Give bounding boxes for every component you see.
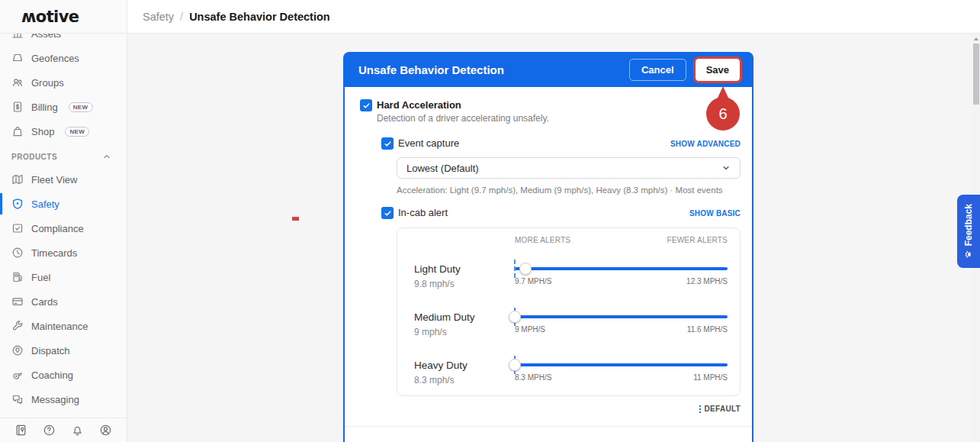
- unsafe-behavior-detection-modal: Unsafe Behavior Detection Cancel Save 6 …: [343, 52, 753, 442]
- app-screen: Safety / Unsafe Behavior Detection ʍotiv…: [0, 0, 980, 442]
- messaging-icon: [11, 393, 24, 405]
- default-tick-mark: [514, 260, 516, 278]
- topbar: Safety / Unsafe Behavior Detection: [127, 0, 980, 34]
- sidebar-item-dispatch[interactable]: Dispatch: [0, 338, 127, 363]
- heavy-duty-min: 8.3 MPH/S: [515, 373, 551, 382]
- new-badge: NEW: [65, 127, 89, 137]
- red-dash-annotation: [292, 217, 299, 221]
- medium-duty-max: 11.6 MPH/S: [687, 325, 728, 334]
- restore-default-control[interactable]: DEFAULT: [360, 405, 741, 413]
- event-capture-checkbox[interactable]: [381, 137, 394, 150]
- sidebar-item-maintenance[interactable]: Maintenance: [0, 314, 127, 338]
- sidebar-item-assets[interactable]: Assets: [0, 34, 127, 46]
- assets-icon: [11, 34, 24, 40]
- clock-icon: [11, 247, 24, 259]
- groups-icon: [11, 76, 24, 89]
- save-button[interactable]: Save: [696, 59, 740, 81]
- heavy-duty-slider-handle[interactable]: [509, 359, 521, 371]
- cancel-button[interactable]: Cancel: [629, 59, 686, 81]
- fuel-icon: [11, 271, 24, 283]
- sidebar-nav: Assets Geofences Groups Billing NEW: [0, 34, 127, 418]
- billing-icon: [11, 101, 24, 113]
- sidebar-item-coaching[interactable]: Coaching: [0, 363, 127, 387]
- modal-header: Unsafe Behavior Detection Cancel Save: [343, 52, 753, 87]
- sidebar-item-shop[interactable]: Shop NEW: [0, 119, 127, 144]
- sidebar-item-messaging[interactable]: Messaging: [0, 387, 127, 411]
- default-dotted-icon: [699, 405, 701, 413]
- show-advanced-link[interactable]: SHOW ADVANCED: [670, 140, 741, 148]
- motive-logo[interactable]: ʍotive: [21, 8, 79, 26]
- chevron-down-icon: [721, 163, 731, 173]
- fleet-view-icon: [11, 173, 24, 186]
- wrench-icon: [11, 320, 24, 332]
- sidebar-item-geofences[interactable]: Geofences: [0, 46, 127, 70]
- heavy-duty-value: 8.3 mph/s: [414, 375, 515, 386]
- credit-card-icon: [11, 295, 24, 308]
- medium-duty-min: 9 MPH/S: [515, 325, 545, 334]
- heavy-duty-max: 11 MPH/S: [693, 373, 728, 382]
- event-capture-row: Event capture SHOW ADVANCED: [381, 137, 741, 150]
- event-capture-label: Event capture: [398, 137, 459, 150]
- sidebar-item-fuel[interactable]: Fuel: [0, 265, 127, 289]
- sidebar-item-fleet-view[interactable]: Fleet View: [0, 167, 127, 192]
- feedback-label: Feedback: [963, 204, 974, 246]
- light-duty-max: 12.3 MPH/S: [686, 277, 728, 286]
- new-badge: NEW: [69, 102, 93, 112]
- in-cab-alert-sliders-panel: MORE ALERTS FEWER ALERTS Light Duty 9.8 …: [397, 227, 741, 396]
- acceleration-helper-text: Acceleration: Light (9.7 mph/s), Medium …: [397, 186, 741, 195]
- medium-duty-value: 9 mph/s: [414, 327, 515, 337]
- light-duty-min: 9.7 MPH/S: [515, 277, 551, 286]
- in-cab-alert-checkbox[interactable]: [381, 207, 394, 219]
- dispatch-pin-icon: [11, 344, 24, 357]
- medium-duty-slider-row: Medium Duty 9 mph/s 9 MPH/S 11.6 MPH/S: [414, 311, 728, 337]
- sidebar-item-timecards[interactable]: Timecards: [0, 240, 127, 265]
- more-alerts-label: MORE ALERTS: [515, 236, 570, 244]
- modal-title: Unsafe Behavior Detection: [358, 63, 620, 76]
- selected-option: Lowest (Default): [406, 163, 721, 174]
- fewer-alerts-label: FEWER ALERTS: [667, 236, 728, 244]
- hard-acceleration-row: Hard Acceleration Detection of a driver …: [360, 99, 741, 124]
- event-capture-sensitivity-select[interactable]: Lowest (Default): [397, 157, 741, 179]
- chevron-up-icon: [102, 152, 111, 161]
- hard-acceleration-description: Detection of a driver accelerating unsaf…: [377, 113, 549, 124]
- light-duty-slider-row: Light Duty 9.8 mph/s 9.7 MPH/S 12.3 MPH/…: [414, 263, 728, 289]
- show-basic-link[interactable]: SHOW BASIC: [689, 209, 741, 218]
- sidebar-footer: [0, 418, 127, 442]
- hard-acceleration-label: Hard Acceleration: [377, 99, 549, 111]
- paw-icon: [965, 250, 973, 259]
- sidebar-item-billing[interactable]: Billing NEW: [0, 95, 127, 119]
- shop-icon: [11, 125, 24, 137]
- page-title: Unsafe Behavior Detection: [189, 11, 330, 23]
- heavy-duty-label: Heavy Duty: [414, 360, 515, 371]
- medium-duty-label: Medium Duty: [414, 311, 515, 323]
- geofences-icon: [11, 52, 24, 64]
- sidebar-item-safety[interactable]: Safety: [0, 192, 127, 216]
- light-duty-slider-handle[interactable]: [519, 263, 532, 275]
- account-icon[interactable]: [99, 424, 112, 437]
- feedback-button[interactable]: Feedback: [957, 195, 980, 268]
- sidebar: ʍotive Assets Geofences Groups: [0, 0, 127, 442]
- guide-icon[interactable]: [14, 424, 27, 437]
- breadcrumb-section[interactable]: Safety: [143, 11, 174, 23]
- scrollbar-thumb[interactable]: [973, 44, 979, 105]
- heavy-duty-slider-row: Heavy Duty 8.3 mph/s 8.3 MPH/S 11 MPH/S: [414, 359, 728, 386]
- products-section-header[interactable]: PRODUCTS: [0, 146, 127, 167]
- notifications-bell-icon[interactable]: [71, 424, 84, 437]
- sidebar-item-compliance[interactable]: Compliance: [0, 216, 127, 240]
- logo-row: ʍotive: [0, 0, 127, 34]
- modal-body: Hard Acceleration Detection of a driver …: [343, 87, 753, 442]
- sidebar-item-groups[interactable]: Groups: [0, 70, 127, 95]
- whistle-icon: [11, 369, 24, 381]
- hard-acceleration-checkbox[interactable]: [360, 99, 372, 111]
- sidebar-item-cards[interactable]: Cards: [0, 289, 127, 314]
- medium-duty-slider-handle[interactable]: [509, 311, 521, 323]
- scrollbar-up-arrow[interactable]: [974, 37, 978, 40]
- medium-duty-slider-track[interactable]: [515, 315, 728, 318]
- section-divider: [345, 426, 752, 427]
- breadcrumb-separator: /: [180, 11, 183, 23]
- heavy-duty-slider-track[interactable]: [515, 363, 728, 366]
- light-duty-value: 9.8 mph/s: [414, 279, 515, 289]
- in-cab-alert-row: In-cab alert SHOW BASIC: [381, 207, 741, 219]
- light-duty-slider-track[interactable]: [515, 267, 728, 270]
- help-icon[interactable]: [43, 424, 56, 437]
